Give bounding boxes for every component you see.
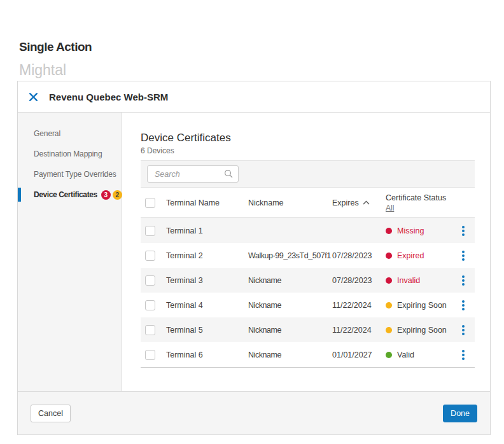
device-count: 6 Devices <box>141 146 475 155</box>
row-actions-cell <box>457 325 475 335</box>
row-actions-cell <box>457 275 475 286</box>
table-header-row: Terminal Name Nickname Expires Certifica… <box>141 188 475 218</box>
kebab-menu-icon[interactable] <box>458 226 468 236</box>
status-label: Invalid <box>397 276 420 285</box>
search-toolbar <box>141 160 475 188</box>
sidebar: GeneralDestination MappingPayment Type O… <box>18 113 122 391</box>
cell-expires: 11/22/2024 <box>332 326 386 335</box>
row-checkbox[interactable] <box>145 300 155 310</box>
cell-nickname: Nickname <box>248 276 332 285</box>
sidebar-item-label: Payment Type Overrides <box>34 170 116 179</box>
row-checkbox[interactable] <box>145 325 155 335</box>
modal-footer: Cancel Done <box>18 391 490 434</box>
cell-expires: 07/28/2023 <box>332 251 386 260</box>
status-dot-red <box>386 253 392 259</box>
status-dot-yellow <box>386 327 392 333</box>
badge-red: 3 <box>101 190 111 200</box>
page: Single Action Mightal Revenu Quebec Web-… <box>0 0 504 444</box>
content: Device Certificates 6 Devices <box>122 113 490 391</box>
status-filter-all-link[interactable]: All <box>386 204 394 212</box>
cell-expires: 11/22/2024 <box>332 301 386 310</box>
row-checkbox[interactable] <box>145 251 155 261</box>
cell-terminal-name: Terminal 1 <box>166 226 248 235</box>
cell-nickname: Nickname <box>248 326 332 335</box>
cell-expires: 01/01/2027 <box>332 350 386 359</box>
status-dot-red <box>386 277 392 284</box>
row-checkbox[interactable] <box>145 350 155 360</box>
cell-terminal-name: Terminal 6 <box>166 350 248 359</box>
row-checkbox-cell <box>141 251 166 261</box>
modal-revenu-quebec-web-srm: Revenu Quebec Web-SRM GeneralDestination… <box>17 81 491 435</box>
cell-certificate-status: Expiring Soon <box>386 301 457 310</box>
modal-title: Revenu Quebec Web-SRM <box>49 92 168 102</box>
row-actions-cell <box>457 300 475 310</box>
table-body: Terminal 1MissingTerminal 2Walkup-99_23s… <box>141 218 475 368</box>
table-row: Terminal 5Nickname11/22/2024Expiring Soo… <box>141 317 475 342</box>
sidebar-item-destination-mapping[interactable]: Destination Mapping <box>18 144 122 164</box>
table-row: Terminal 4Nickname11/22/2024Expiring Soo… <box>141 293 475 317</box>
sidebar-item-label: Device Certificates <box>34 190 97 199</box>
sidebar-item-device-certificates[interactable]: Device Certificates32 <box>18 184 122 205</box>
cell-terminal-name: Terminal 5 <box>166 326 248 335</box>
content-title: Device Certificates <box>141 132 475 144</box>
kebab-menu-icon[interactable] <box>458 251 468 261</box>
row-actions-cell <box>457 350 475 360</box>
table-row: Terminal 1Missing <box>141 218 475 243</box>
column-header-certificate-status: Certificate Status All <box>386 193 457 212</box>
status-label: Expiring Soon <box>397 326 447 335</box>
status-label: Expired <box>397 251 424 260</box>
select-all-checkbox[interactable] <box>145 198 155 208</box>
cell-expires: 07/28/2023 <box>332 276 386 285</box>
cell-certificate-status: Missing <box>386 226 457 235</box>
sidebar-item-general[interactable]: General <box>18 123 122 144</box>
sidebar-item-payment-type-overrides[interactable]: Payment Type Overrides <box>18 164 122 184</box>
device-certificates-table: Terminal Name Nickname Expires Certifica… <box>141 188 475 368</box>
column-header-terminal-name[interactable]: Terminal Name <box>166 198 248 207</box>
column-header-nickname[interactable]: Nickname <box>248 198 332 207</box>
cell-nickname: Walkup-99_23sTd_507f1 <box>248 251 332 260</box>
status-dot-red <box>386 228 392 234</box>
page-title: Single Action <box>19 40 92 54</box>
status-dot-green <box>386 352 392 358</box>
row-checkbox[interactable] <box>145 275 155 286</box>
cell-certificate-status: Expired <box>386 251 457 260</box>
sidebar-item-label: Destination Mapping <box>34 149 102 158</box>
cell-certificate-status: Expiring Soon <box>386 326 457 335</box>
kebab-menu-icon[interactable] <box>458 300 468 310</box>
status-dot-yellow <box>386 302 392 309</box>
row-checkbox-cell <box>141 275 166 286</box>
status-label: Expiring Soon <box>397 301 447 310</box>
search-input[interactable] <box>147 165 239 183</box>
row-checkbox[interactable] <box>145 226 155 236</box>
cell-terminal-name: Terminal 4 <box>166 301 248 310</box>
kebab-menu-icon[interactable] <box>458 325 468 335</box>
status-label: Missing <box>397 226 424 235</box>
close-icon[interactable] <box>29 93 38 101</box>
cell-terminal-name: Terminal 2 <box>166 251 248 260</box>
row-checkbox-cell <box>141 325 166 335</box>
cell-nickname: Nickname <box>248 301 332 310</box>
table-row: Terminal 2Walkup-99_23sTd_507f107/28/202… <box>141 243 475 268</box>
header-checkbox-cell <box>141 198 166 208</box>
row-actions-cell <box>457 251 475 261</box>
table-row: Terminal 6Nickname01/01/2027Valid <box>141 342 475 367</box>
kebab-menu-icon[interactable] <box>458 350 468 360</box>
modal-header: Revenu Quebec Web-SRM <box>18 81 490 113</box>
column-header-expires[interactable]: Expires <box>332 198 386 207</box>
sidebar-item-label: General <box>34 129 60 138</box>
table-row: Terminal 3Nickname07/28/2023Invalid <box>141 268 475 293</box>
cell-terminal-name: Terminal 3 <box>166 276 248 285</box>
kebab-menu-icon[interactable] <box>458 275 468 286</box>
page-subtitle: Mightal <box>19 62 66 79</box>
row-checkbox-cell <box>141 300 166 310</box>
row-checkbox-cell <box>141 226 166 236</box>
badge-yellow: 2 <box>113 190 122 200</box>
cancel-button[interactable]: Cancel <box>31 405 71 422</box>
sort-ascending-icon <box>363 200 370 205</box>
row-actions-cell <box>457 226 475 236</box>
modal-body: GeneralDestination MappingPayment Type O… <box>18 113 490 391</box>
cell-certificate-status: Valid <box>386 350 457 359</box>
cell-certificate-status: Invalid <box>386 276 457 285</box>
search-box <box>147 165 239 183</box>
done-button[interactable]: Done <box>443 405 477 422</box>
